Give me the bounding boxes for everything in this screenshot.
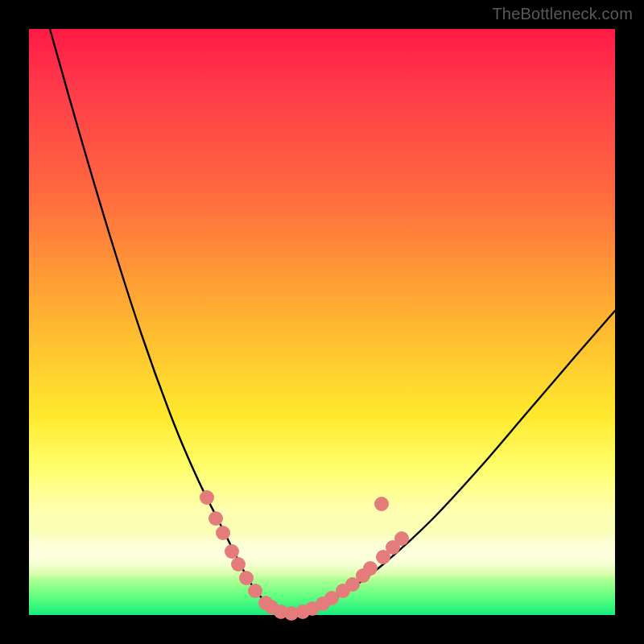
marker-layer	[200, 490, 409, 621]
data-marker	[231, 557, 246, 572]
curve-layer	[29, 29, 615, 615]
data-marker	[394, 531, 409, 546]
data-marker	[200, 490, 214, 505]
plot-area	[29, 29, 615, 615]
attribution-label: TheBottleneck.com	[492, 5, 633, 23]
bottleneck-curve	[50, 29, 615, 613]
data-marker	[363, 561, 378, 576]
data-marker	[239, 571, 254, 585]
data-marker	[374, 497, 389, 511]
chart-frame: TheBottleneck.com	[0, 0, 644, 644]
data-marker	[208, 511, 223, 526]
data-marker	[248, 584, 262, 598]
data-marker	[225, 544, 239, 559]
data-marker	[216, 526, 230, 540]
